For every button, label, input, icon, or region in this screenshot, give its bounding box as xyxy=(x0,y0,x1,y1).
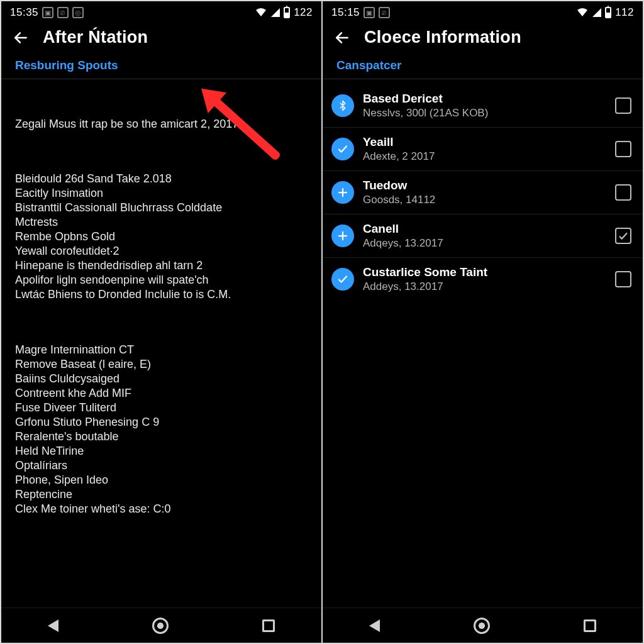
checkbox[interactable] xyxy=(615,97,631,114)
signal-icon xyxy=(592,8,601,17)
page-title: Cloece Information xyxy=(364,28,521,47)
list-item[interactable]: Based Dericet Nesslvs, 300l (21AS KOB) xyxy=(323,84,643,128)
plus-icon xyxy=(331,181,354,204)
page-title: After Ńtation xyxy=(43,28,148,47)
status-bar: 15:35 ▣ ⎚ ◎ 122 xyxy=(1,1,321,21)
list-item[interactable]: Yeaill Adexte, 2 2017 xyxy=(323,128,643,171)
nav-home-button[interactable] xyxy=(474,618,490,634)
status-time: 15:35 xyxy=(10,6,38,19)
status-notif-icon-2: ⎚ xyxy=(379,7,390,18)
status-notif-icon-1: ▣ xyxy=(364,7,375,18)
phone-screen-left: 15:35 ▣ ⎚ ◎ 122 After Ńtation xyxy=(0,0,322,644)
item-subtitle: Nesslvs, 300l (21AS KOB) xyxy=(363,107,606,119)
paragraph: Bleidould 26d Sand Take 2.018 Eacitly In… xyxy=(15,172,308,302)
item-subtitle: Goosds, 14112 xyxy=(363,194,606,206)
section-heading: Resburing Spouts xyxy=(1,58,321,79)
item-title: Based Dericet xyxy=(363,92,606,106)
system-nav-bar xyxy=(1,608,321,643)
system-nav-bar xyxy=(323,608,643,643)
check-icon xyxy=(331,138,354,160)
screen-header: Cloece Information xyxy=(323,21,643,58)
battery-pct: 112 xyxy=(615,6,634,19)
item-list: Based Dericet Nesslvs, 300l (21AS KOB) Y… xyxy=(323,79,643,301)
nav-home-button[interactable] xyxy=(152,618,169,634)
back-button[interactable] xyxy=(334,30,350,46)
nav-back-button[interactable] xyxy=(48,619,58,632)
back-button[interactable] xyxy=(13,30,29,46)
checkbox[interactable] xyxy=(615,228,631,244)
paragraph: Magre Interninattion CT Remove Baseat (l… xyxy=(15,343,308,516)
list-item[interactable]: Tuedow Goosds, 14112 xyxy=(323,171,643,214)
item-title: Custarlice Some Taint xyxy=(363,265,606,279)
wifi-icon xyxy=(576,8,589,18)
check-icon xyxy=(331,268,354,291)
status-bar: 15:15 ▣ ⎚ 112 xyxy=(323,1,643,21)
signal-icon xyxy=(271,8,280,17)
wifi-icon xyxy=(255,8,267,18)
list-item[interactable]: Custarlice Some Taint Addeys, 13.2017 xyxy=(323,258,643,301)
checkbox[interactable] xyxy=(615,141,631,157)
status-notif-icon-1: ▣ xyxy=(42,7,53,18)
list-item[interactable]: Canell Adqeys, 13.2017 xyxy=(323,214,643,258)
item-subtitle: Adexte, 2 2017 xyxy=(363,150,606,163)
status-notif-icon-2: ⎚ xyxy=(57,7,69,18)
checkbox[interactable] xyxy=(615,184,631,201)
nav-recents-button[interactable] xyxy=(584,619,596,632)
nav-back-button[interactable] xyxy=(369,619,380,632)
item-subtitle: Adqeys, 13.2017 xyxy=(363,237,606,250)
paragraph: Zegali Msus itt rap be so the amicart 2,… xyxy=(15,117,308,131)
item-title: Tuedow xyxy=(363,179,606,192)
bluetooth-icon xyxy=(331,94,354,117)
item-subtitle: Addeys, 13.2017 xyxy=(363,280,606,293)
checkbox[interactable] xyxy=(615,271,631,287)
nav-recents-button[interactable] xyxy=(262,619,275,632)
battery-icon xyxy=(605,7,611,18)
status-time: 15:15 xyxy=(331,6,360,19)
status-sync-icon: ◎ xyxy=(72,7,84,18)
battery-icon xyxy=(284,7,290,18)
item-title: Yeaill xyxy=(363,135,606,149)
section-heading: Canspatcer xyxy=(323,58,643,79)
battery-pct: 122 xyxy=(294,6,313,19)
content-body: Zegali Msus itt rap be so the amicart 2,… xyxy=(1,79,321,557)
phone-screen-right: 15:15 ▣ ⎚ 112 Cloece Information Cansp xyxy=(322,0,644,644)
screen-header: After Ńtation xyxy=(1,21,321,58)
plus-icon xyxy=(331,225,354,247)
item-title: Canell xyxy=(363,222,606,236)
